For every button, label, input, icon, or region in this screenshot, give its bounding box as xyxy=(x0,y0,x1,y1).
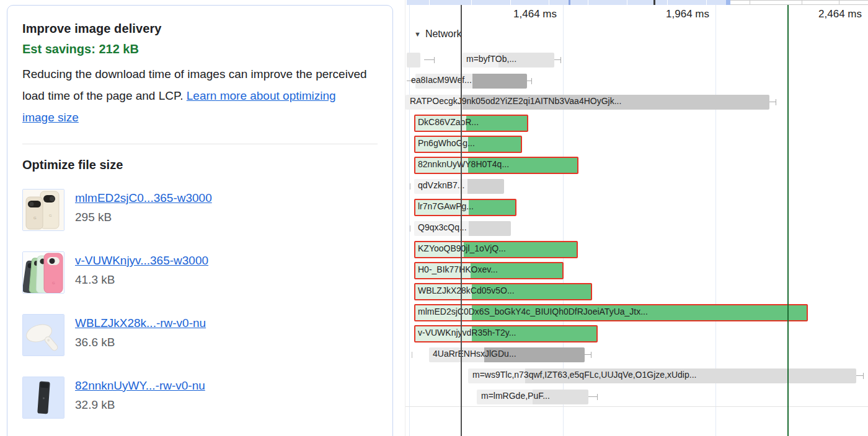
network-request-row[interactable]: qdVzknB7... xyxy=(405,176,868,197)
network-request-row[interactable]: v-VUWKnjyvdR35h-T2y... xyxy=(405,323,868,344)
file-thumbnail-phones-colors: G xyxy=(22,251,64,294)
request-bar[interactable] xyxy=(477,390,588,404)
ruler-label: 1,464 ms xyxy=(513,8,557,20)
network-request-row[interactable]: H0-_BIk77HKOxev... xyxy=(405,260,868,281)
network-request-row[interactable]: 4UaRrENHsxJlGDu... xyxy=(405,344,868,365)
track-bottom-separator xyxy=(405,406,868,407)
improve-image-delivery-card: Improve image delivery Est savings: 212 … xyxy=(7,5,393,436)
request-bar[interactable] xyxy=(429,347,585,362)
file-size: 36.6 kB xyxy=(75,336,206,349)
network-request-row[interactable]: RATPOecgkJ9nk05od2YiZE2qi1AITNb3Vaa4HOyG… xyxy=(405,92,868,113)
network-request-row[interactable]: m=byfTOb,... xyxy=(405,50,868,71)
file-item: Gv-VUWKnjyv...365-w300041.3 kB xyxy=(22,251,378,294)
ruler-label: 1,964 ms xyxy=(666,8,709,20)
file-item: G GmlmED2sjC0...365-w3000295 kB xyxy=(22,189,378,231)
network-request-row[interactable]: KZYooQB90jl_1oVjQ... xyxy=(405,239,868,260)
network-request-row[interactable]: 82nnknUyWY8H0T4q... xyxy=(405,155,868,176)
request-fragment[interactable] xyxy=(407,53,420,68)
network-track-title: Network xyxy=(425,28,462,40)
lcp-marker-line xyxy=(787,5,789,436)
request-bar[interactable] xyxy=(463,53,554,68)
request-bar[interactable] xyxy=(414,221,511,236)
file-size: 32.9 kB xyxy=(75,398,205,412)
svg-text:G: G xyxy=(52,281,55,285)
file-item: WBLZJkX28k...-rw-v0-nu36.6 kB xyxy=(22,314,378,356)
divider xyxy=(22,144,378,144)
file-meta: 82nnknUyWY...-rw-v0-nu32.9 kB xyxy=(75,377,205,412)
request-bar[interactable] xyxy=(415,74,527,89)
request-bar[interactable] xyxy=(414,179,504,194)
network-request-row[interactable]: m=lmRGde,PuF... xyxy=(405,386,868,408)
file-link[interactable]: v-VUWKnjyv...365-w3000 xyxy=(75,254,208,267)
file-size: 295 kB xyxy=(75,211,212,224)
performance-network-track: 1,464 ms1,964 ms2,464 ms ▼ Network m=byf… xyxy=(405,0,868,436)
file-meta: WBLZJkX28k...-rw-v0-nu36.6 kB xyxy=(75,314,206,349)
file-thumbnail-phone-black xyxy=(22,377,64,419)
collapse-triangle-icon[interactable]: ▼ xyxy=(414,30,421,38)
file-size: 41.3 kB xyxy=(75,273,208,287)
request-bar[interactable] xyxy=(468,368,856,383)
network-request-row[interactable]: m=ws9Tlc,n73qwf,IZT63,e5qFLc,UUJqVe,O1Gj… xyxy=(405,365,868,386)
request-bar-highlighted[interactable] xyxy=(414,325,598,342)
file-link[interactable]: mlmED2sjC0...365-w3000 xyxy=(75,191,212,204)
request-bar-highlighted[interactable] xyxy=(414,157,578,174)
network-request-row[interactable]: Q9qx3cQq... xyxy=(405,218,868,239)
file-link[interactable]: 82nnknUyWY...-rw-v0-nu xyxy=(75,379,205,392)
svg-text:G: G xyxy=(49,214,52,217)
network-request-row[interactable]: lr7n7GAwPg... xyxy=(405,197,868,218)
ruler-label: 2,464 ms xyxy=(818,8,862,20)
request-bar-highlighted[interactable] xyxy=(414,283,592,300)
file-meta: mlmED2sjC0...365-w3000295 kB xyxy=(75,189,212,224)
svg-text:G: G xyxy=(33,216,37,220)
request-bar-highlighted[interactable] xyxy=(414,199,516,216)
network-track-header[interactable]: ▼ Network xyxy=(414,28,462,40)
card-description: Reducing the download time of images can… xyxy=(22,64,367,129)
network-request-row[interactable]: WBLZJkX28kCd05v5O... xyxy=(405,281,868,302)
network-request-row[interactable]: ea8IacM9Wef... xyxy=(405,71,868,92)
network-request-row[interactable]: Pn6gWhoGg... xyxy=(405,134,868,155)
optimize-file-size-heading: Optimize file size xyxy=(22,158,378,172)
request-bar-highlighted[interactable] xyxy=(414,304,808,321)
request-bar-highlighted[interactable] xyxy=(414,136,522,153)
file-item: 82nnknUyWY...-rw-v0-nu32.9 kB xyxy=(22,377,378,419)
network-request-row[interactable]: mlmED2sjC0Dx6S_boGkY4c_BIUIQh0DfRJoeiATy… xyxy=(405,302,868,323)
card-title: Improve image delivery xyxy=(22,22,378,36)
file-list: G GmlmED2sjC0...365-w3000295 kB Gv-VUWKn… xyxy=(22,189,378,419)
network-request-row[interactable]: DkC86VZapR... xyxy=(405,113,868,134)
file-thumbnail-phones-cream: G G xyxy=(22,189,64,231)
file-thumbnail-chromecast xyxy=(22,314,64,356)
file-meta: v-VUWKnjyv...365-w300041.3 kB xyxy=(75,251,208,287)
request-bar-highlighted[interactable] xyxy=(414,241,578,258)
request-bar-highlighted[interactable] xyxy=(414,115,528,132)
request-bar-highlighted[interactable] xyxy=(414,262,564,279)
file-link[interactable]: WBLZJkX28k...-rw-v0-nu xyxy=(75,316,206,329)
est-savings-label: Est savings: 212 kB xyxy=(22,42,378,56)
timeline-mini-strip xyxy=(405,0,868,5)
marker-line xyxy=(461,5,462,436)
